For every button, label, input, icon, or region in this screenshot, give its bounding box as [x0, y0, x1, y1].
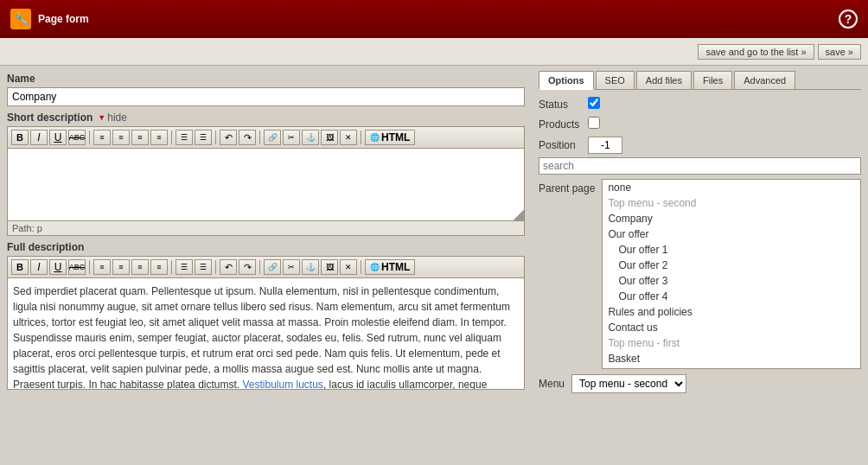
short-desc-label: Short description	[7, 111, 93, 124]
products-field	[588, 117, 861, 131]
italic-button[interactable]: I	[30, 130, 48, 145]
parent-page-label: Parent page	[539, 179, 595, 194]
full-undo[interactable]: ↶	[220, 259, 237, 275]
full-html-button[interactable]: 🌐 HTML	[365, 259, 415, 275]
list-ol-button[interactable]: ☰	[195, 130, 212, 145]
redo-button[interactable]: ↷	[239, 130, 256, 145]
align-left-button[interactable]: ≡	[93, 130, 111, 145]
name-section: Name	[7, 73, 525, 106]
full-align-center[interactable]: ≡	[112, 259, 130, 275]
align-right-button[interactable]: ≡	[131, 130, 149, 145]
full-list-ol[interactable]: ☰	[195, 259, 212, 275]
status-label: Status	[539, 99, 579, 111]
name-label: Name	[7, 73, 525, 85]
tabs-container: Options SEO Add files Files Advanced	[539, 71, 861, 90]
underline-button[interactable]: U	[49, 130, 67, 145]
list-item[interactable]: Our offer	[603, 226, 860, 242]
help-icon[interactable]: ?	[839, 10, 858, 29]
full-desc-toolbar: B I U ABC ≡ ≡ ≡ ≡ ☰ ☰ ↶ ↷ 🔗 ✂ ⚓ 🖼	[7, 256, 525, 277]
full-strikethrough-button[interactable]: ABC	[68, 259, 86, 275]
full-sep-1	[89, 260, 90, 274]
tab-options[interactable]: Options	[539, 71, 594, 90]
full-unlink[interactable]: ✂	[283, 259, 300, 275]
separator-1	[89, 131, 90, 144]
full-sep-5	[361, 260, 361, 274]
tab-seo[interactable]: SEO	[596, 71, 635, 89]
list-item[interactable]: none	[603, 180, 860, 195]
position-field	[588, 137, 861, 154]
status-checkbox[interactable]	[588, 97, 600, 109]
save-list-button[interactable]: save and go to the list »	[698, 44, 814, 60]
full-align-left[interactable]: ≡	[93, 259, 111, 275]
products-checkbox[interactable]	[588, 117, 600, 129]
full-remove-format[interactable]: ✕	[340, 259, 357, 275]
short-desc-toolbar: B I U ABC ≡ ≡ ≡ ≡ ☰ ☰ ↶ ↷ 🔗 ✂ ⚓ 🖼	[7, 126, 525, 148]
list-item: Top menu - first	[603, 335, 860, 351]
vestibulum-link[interactable]: Vestibulum luctus	[242, 379, 322, 390]
remove-format-button[interactable]: ✕	[340, 130, 357, 145]
align-center-button[interactable]: ≡	[112, 130, 130, 145]
short-desc-editor	[7, 148, 525, 221]
tab-advanced[interactable]: Advanced	[734, 71, 795, 89]
header-title-group: 🔧 Page form	[10, 9, 89, 29]
parent-page-list[interactable]: none Top menu - second Company Our offer…	[602, 179, 861, 369]
full-sep-4	[259, 260, 260, 274]
align-justify-button[interactable]: ≡	[150, 130, 168, 145]
full-bold-button[interactable]: B	[11, 259, 29, 275]
page-list-inner: none Top menu - second Company Our offer…	[603, 180, 860, 369]
separator-2	[171, 131, 172, 144]
full-align-right[interactable]: ≡	[131, 259, 149, 275]
image-button[interactable]: 🖼	[321, 130, 338, 145]
list-item: Hidden pages	[603, 366, 860, 369]
full-list-ul[interactable]: ☰	[176, 259, 193, 275]
list-item[interactable]: Company	[603, 211, 860, 226]
tab-files[interactable]: Files	[693, 71, 732, 89]
full-link[interactable]: 🔗	[264, 259, 281, 275]
list-item: Top menu - second	[603, 195, 860, 211]
list-item[interactable]: Rules and policies	[603, 304, 860, 320]
parent-page-section: Parent page none Top menu - second Compa…	[539, 157, 861, 369]
page-title: Page form	[38, 13, 89, 25]
html-button[interactable]: 🌐 HTML	[365, 130, 415, 145]
full-sep-3	[215, 260, 216, 274]
resize-handle[interactable]	[514, 210, 524, 220]
short-desc-section: Short description hide B I U ABC ≡ ≡ ≡ ≡…	[7, 111, 525, 236]
strikethrough-button[interactable]: ABC	[68, 130, 86, 145]
menu-select[interactable]: Top menu - second Top menu - first	[571, 374, 686, 393]
list-ul-button[interactable]: ☰	[176, 130, 193, 145]
page-header: 🔧 Page form ?	[0, 0, 868, 38]
link-button[interactable]: 🔗	[264, 130, 281, 145]
list-item[interactable]: Basket	[603, 351, 860, 366]
list-item[interactable]: Our offer 3	[603, 273, 860, 289]
full-desc-content[interactable]: Sed imperdiet placerat quam. Pellentesqu…	[7, 277, 525, 390]
left-panel: Name Short description hide B I U ABC ≡ …	[0, 66, 532, 465]
anchor-button[interactable]: ⚓	[302, 130, 319, 145]
hide-button[interactable]: hide	[98, 111, 127, 124]
menu-label: Menu	[539, 378, 565, 390]
bold-button[interactable]: B	[11, 130, 29, 145]
full-underline-button[interactable]: U	[49, 259, 67, 275]
short-desc-textarea[interactable]	[8, 149, 524, 218]
name-input[interactable]	[7, 87, 525, 106]
list-item[interactable]: Our offer 4	[603, 289, 860, 304]
parent-search-input[interactable]	[539, 157, 861, 175]
list-item[interactable]: Our offer 2	[603, 258, 860, 273]
editor-path: Path: p	[7, 221, 525, 236]
page-icon: 🔧	[10, 9, 31, 29]
full-image[interactable]: 🖼	[321, 259, 338, 275]
separator-5	[361, 131, 361, 144]
full-anchor[interactable]: ⚓	[302, 259, 319, 275]
full-italic-button[interactable]: I	[30, 259, 48, 275]
separator-3	[215, 131, 216, 144]
short-desc-header: Short description hide	[7, 111, 525, 124]
position-input[interactable]	[588, 137, 622, 154]
tab-add-files[interactable]: Add files	[636, 71, 692, 89]
list-item[interactable]: Contact us	[603, 320, 860, 335]
full-align-justify[interactable]: ≡	[150, 259, 168, 275]
full-redo[interactable]: ↷	[239, 259, 256, 275]
list-item[interactable]: Our offer 1	[603, 242, 860, 258]
undo-button[interactable]: ↶	[220, 130, 237, 145]
save-button[interactable]: save »	[818, 44, 861, 60]
full-desc-section: Full description B I U ABC ≡ ≡ ≡ ≡ ☰ ☰ ↶…	[7, 241, 525, 390]
unlink-button[interactable]: ✂	[283, 130, 300, 145]
